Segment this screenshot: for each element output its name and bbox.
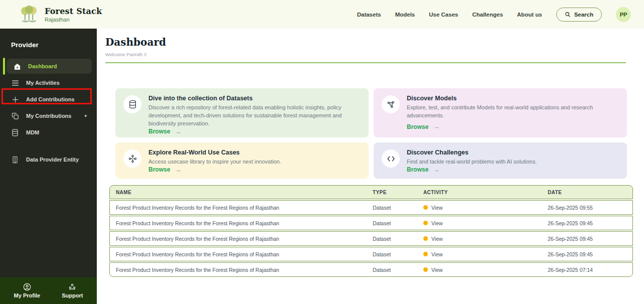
sidebar-item-label: Data Provider Entity xyxy=(26,157,79,163)
table-row[interactable]: Forest Product Inventory Records for the… xyxy=(109,200,633,215)
card-use-cases: Explore Real-World Use Cases Access usec… xyxy=(115,142,369,179)
page-title: Dashboard xyxy=(105,36,634,48)
cell-type: Dataset xyxy=(367,267,417,273)
sidebar-item-my-contributions[interactable]: My Contributions ▾ xyxy=(0,108,97,124)
brand-logo[interactable]: Forest Stack Rajasthan xyxy=(19,5,102,24)
card-title: Explore Real-World Use Cases xyxy=(148,149,361,156)
card-description: Access usecase library to inspire your n… xyxy=(148,158,361,166)
code-icon xyxy=(382,149,400,168)
list-icon xyxy=(11,80,19,86)
browse-label: Browse xyxy=(407,166,428,173)
cell-date: 26-Sep-2025 07:14 xyxy=(542,267,632,273)
cell-name: Forest Product Inventory Records for the… xyxy=(110,251,367,257)
table-row[interactable]: Forest Product Inventory Records for the… xyxy=(109,262,633,277)
arrow-right-icon: → xyxy=(433,166,439,174)
nav-models[interactable]: Models xyxy=(395,12,415,18)
activity-table: NAME TYPE ACTIVITY DATE Forest Product I… xyxy=(109,185,633,277)
activity-dot-icon xyxy=(423,205,428,210)
copy-icon xyxy=(11,112,19,120)
feature-cards: Dive into the collection of Datasets Dis… xyxy=(115,88,634,179)
cell-name: Forest Product Inventory Records for the… xyxy=(110,220,367,226)
cell-date: 26-Sep-2025 09:55 xyxy=(542,205,632,211)
card-datasets: Dive into the collection of Datasets Dis… xyxy=(115,88,369,137)
cell-type: Dataset xyxy=(367,205,417,211)
card-content: Discover Models Explore, test, and contr… xyxy=(407,95,619,131)
nav-use-cases[interactable]: Use Cases xyxy=(429,12,458,18)
browse-challenges-link[interactable]: Browse → xyxy=(407,166,619,174)
body-frame: Provider Dashboard xyxy=(0,29,644,304)
browse-datasets-link[interactable]: Browse → xyxy=(148,128,361,136)
sidebar-item-my-activities[interactable]: My Activities xyxy=(0,75,97,91)
cell-activity: View xyxy=(417,267,542,273)
sidebar-item-label: MDM xyxy=(26,129,39,135)
search-button-label: Search xyxy=(574,12,593,18)
nav-about-us[interactable]: About us xyxy=(517,12,542,18)
card-title: Dive into the collection of Datasets xyxy=(148,95,361,102)
top-navigation: Datasets Models Use Cases Challenges Abo… xyxy=(357,7,631,22)
sidebar-item-label: My Activities xyxy=(26,80,60,86)
cell-name: Forest Product Inventory Records for the… xyxy=(110,267,367,273)
cell-name: Forest Product Inventory Records for the… xyxy=(110,236,367,242)
hub-cross-icon xyxy=(123,149,141,168)
network-icon xyxy=(382,95,400,113)
browse-models-link[interactable]: Browse → xyxy=(407,123,619,131)
support-icon xyxy=(68,283,76,291)
card-content: Discover Challenges Find and tackle real… xyxy=(407,149,619,172)
sidebar-footer-label: Support xyxy=(62,292,83,298)
arrow-right-icon: → xyxy=(433,123,439,130)
sidebar-item-data-provider-entity[interactable]: Data Provider Entity xyxy=(0,151,97,168)
column-header-date: DATE xyxy=(542,190,632,195)
user-avatar[interactable]: PP xyxy=(616,7,631,22)
sidebar-nav: Dashboard My Activities xyxy=(0,59,97,168)
column-header-activity: ACTIVITY xyxy=(417,190,542,195)
sidebar: Provider Dashboard xyxy=(0,29,97,304)
sidebar-item-mdm[interactable]: MDM xyxy=(0,124,97,140)
card-description: Explore, test, and contribute Models for… xyxy=(407,104,619,120)
cell-date: 26-Sep-2025 09:45 xyxy=(542,251,632,257)
activity-dot-icon xyxy=(423,252,428,256)
nav-challenges[interactable]: Challenges xyxy=(472,12,503,18)
sidebar-footer-my-profile[interactable]: My Profile xyxy=(14,283,41,298)
browse-use-cases-link[interactable]: Browse → xyxy=(148,166,361,174)
sidebar-footer-support[interactable]: Support xyxy=(62,283,83,298)
column-header-name: NAME xyxy=(110,190,367,195)
arrow-right-icon: → xyxy=(175,166,181,174)
card-content: Dive into the collection of Datasets Dis… xyxy=(148,95,361,131)
activity-label: View xyxy=(431,205,443,211)
sidebar-item-label: My Contributions xyxy=(26,113,71,119)
search-button[interactable]: Search xyxy=(556,8,602,22)
title-divider xyxy=(105,62,626,63)
sidebar-item-dashboard[interactable]: Dashboard xyxy=(7,59,92,74)
cell-activity: View xyxy=(417,236,542,242)
table-row[interactable]: Forest Product Inventory Records for the… xyxy=(109,216,633,230)
sidebar-footer-label: My Profile xyxy=(14,292,41,298)
sidebar-item-add-contributions[interactable]: Add Contributions xyxy=(0,91,97,107)
search-icon xyxy=(565,12,571,18)
home-icon xyxy=(13,63,21,70)
chevron-down-icon: ▾ xyxy=(84,113,87,118)
table-row[interactable]: Forest Product Inventory Records for the… xyxy=(109,231,633,246)
card-title: Discover Models xyxy=(407,95,619,102)
top-header: Forest Stack Rajasthan Datasets Models U… xyxy=(0,0,644,29)
table-row[interactable]: Forest Product Inventory Records for the… xyxy=(109,247,633,261)
cell-activity: View xyxy=(417,205,542,211)
activity-dot-icon xyxy=(423,236,428,241)
card-challenges: Discover Challenges Find and tackle real… xyxy=(374,142,627,179)
forest-trees-icon xyxy=(19,5,39,24)
activity-label: View xyxy=(431,251,443,257)
plus-icon xyxy=(11,96,19,103)
cell-date: 26-Sep-2025 09:45 xyxy=(542,220,632,226)
nav-datasets[interactable]: Datasets xyxy=(357,12,381,18)
brand-subtitle: Rajasthan xyxy=(45,17,102,23)
card-content: Explore Real-World Use Cases Access usec… xyxy=(148,149,361,172)
activity-dot-icon xyxy=(423,267,428,272)
cell-type: Dataset xyxy=(367,251,417,257)
activity-label: View xyxy=(431,236,443,242)
card-description: Discover a rich repository of forest-rel… xyxy=(148,104,361,128)
sidebar-footer: My Profile Support xyxy=(0,277,97,304)
database-icon xyxy=(123,95,141,113)
cell-name: Forest Product Inventory Records for the… xyxy=(110,205,367,211)
database-icon xyxy=(11,129,19,136)
column-header-type: TYPE xyxy=(367,190,417,195)
browse-label: Browse xyxy=(407,123,428,130)
